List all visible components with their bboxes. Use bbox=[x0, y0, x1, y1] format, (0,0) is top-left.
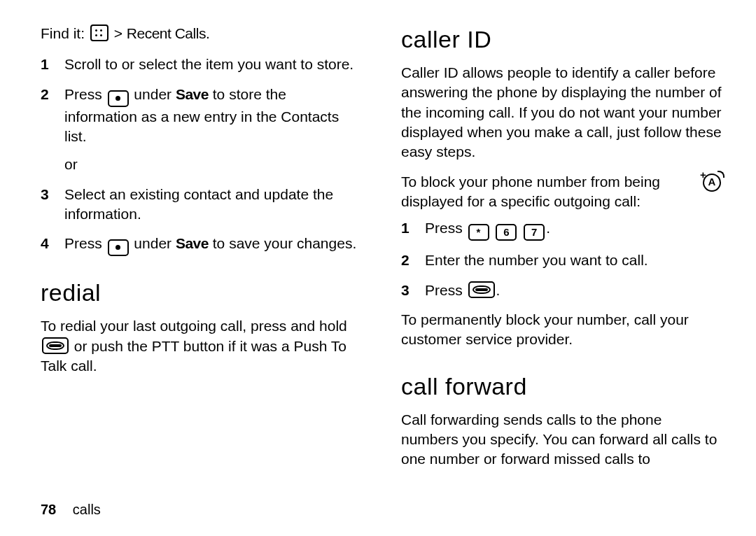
store-steps: 1 Scroll to or select the item you want … bbox=[41, 55, 362, 256]
seven-key-icon: 7 bbox=[524, 224, 545, 241]
star-key-icon: * bbox=[468, 224, 489, 241]
list-item: 3 Press . bbox=[401, 281, 722, 300]
list-item: 1 Press * 6 7. bbox=[401, 218, 722, 241]
find-it-path: Find it: > Recent Calls. bbox=[41, 24, 362, 43]
page-footer: 78 calls bbox=[41, 500, 101, 519]
send-key-icon bbox=[468, 281, 495, 298]
softkey-icon bbox=[108, 90, 129, 107]
find-it-label: Find it: bbox=[41, 25, 85, 41]
six-key-icon: 6 bbox=[496, 224, 517, 241]
softkey-icon bbox=[108, 239, 129, 256]
callforward-body: Call forwarding sends calls to the phone… bbox=[401, 410, 722, 470]
callerid-steps: 1 Press * 6 7. 2 Enter the number you wa… bbox=[401, 218, 722, 300]
callerid-block-intro: To block your phone number from being di… bbox=[401, 172, 722, 219]
page-number: 78 bbox=[41, 502, 56, 517]
menu-icon bbox=[90, 24, 108, 41]
list-item: 3 Select an existing contact and update … bbox=[41, 185, 362, 225]
section-name: calls bbox=[73, 502, 101, 517]
find-it-value: Recent Calls bbox=[127, 25, 206, 41]
list-item: 2 Press under Save to store the informat… bbox=[41, 85, 362, 175]
callforward-heading: call forward bbox=[401, 371, 722, 403]
right-column: caller ID Caller ID allows people to ide… bbox=[401, 24, 722, 479]
redial-body: To redial your last outgoing call, press… bbox=[41, 316, 362, 376]
callerid-intro: Caller ID allows people to identify a ca… bbox=[401, 63, 722, 162]
send-key-icon bbox=[42, 337, 69, 354]
left-column: Find it: > Recent Calls. 1 Scroll to or … bbox=[41, 24, 362, 479]
list-item: 2 Enter the number you want to call. bbox=[401, 251, 722, 270]
list-item: 1 Scroll to or select the item you want … bbox=[41, 55, 362, 74]
redial-heading: redial bbox=[41, 277, 362, 309]
callerid-permanent: To permanently block your number, call y… bbox=[401, 310, 722, 350]
accessibility-icon: A+ bbox=[701, 172, 722, 193]
list-item: 4 Press under Save to save your changes. bbox=[41, 234, 362, 256]
callerid-heading: caller ID bbox=[401, 24, 722, 56]
